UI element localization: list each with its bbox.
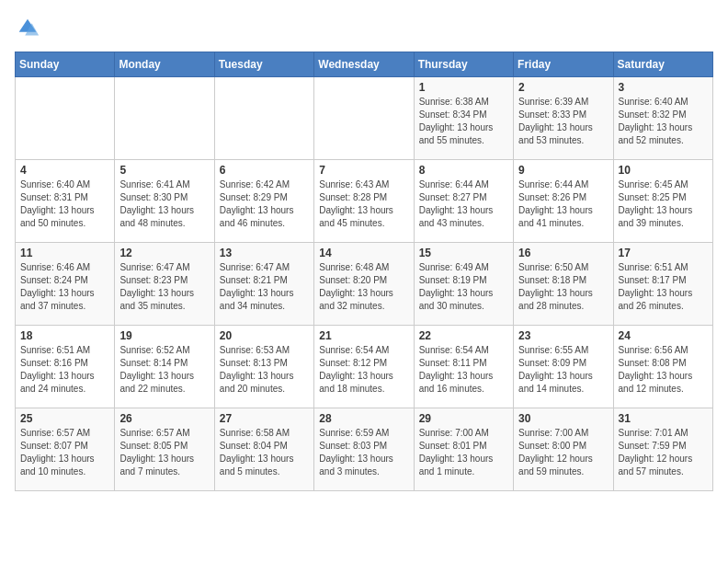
day-cell: 6Sunrise: 6:42 AM Sunset: 8:29 PM Daylig… bbox=[214, 160, 313, 243]
day-cell: 22Sunrise: 6:54 AM Sunset: 8:11 PM Dayli… bbox=[414, 326, 513, 408]
day-number: 25 bbox=[20, 412, 109, 425]
header-cell-tuesday: Tuesday bbox=[214, 52, 313, 77]
day-cell bbox=[115, 77, 214, 160]
page-header bbox=[15, 15, 713, 40]
day-number: 30 bbox=[518, 412, 608, 425]
calendar-table: SundayMondayTuesdayWednesdayThursdayFrid… bbox=[15, 52, 713, 491]
day-number: 28 bbox=[319, 412, 408, 425]
week-row-3: 11Sunrise: 6:46 AM Sunset: 8:24 PM Dayli… bbox=[16, 243, 713, 326]
week-row-1: 1Sunrise: 6:38 AM Sunset: 8:34 PM Daylig… bbox=[16, 77, 713, 160]
day-info: Sunrise: 6:42 AM Sunset: 8:29 PM Dayligh… bbox=[220, 178, 309, 230]
day-info: Sunrise: 6:47 AM Sunset: 8:23 PM Dayligh… bbox=[119, 261, 209, 313]
day-info: Sunrise: 6:48 AM Sunset: 8:20 PM Dayligh… bbox=[319, 261, 408, 313]
day-info: Sunrise: 6:54 AM Sunset: 8:12 PM Dayligh… bbox=[319, 344, 408, 396]
day-number: 3 bbox=[619, 81, 708, 94]
header-cell-saturday: Saturday bbox=[613, 52, 712, 77]
day-info: Sunrise: 6:51 AM Sunset: 8:17 PM Dayligh… bbox=[619, 261, 708, 313]
day-number: 10 bbox=[619, 164, 708, 177]
day-number: 9 bbox=[518, 164, 608, 177]
day-number: 15 bbox=[419, 247, 508, 259]
day-cell: 14Sunrise: 6:48 AM Sunset: 8:20 PM Dayli… bbox=[314, 243, 414, 326]
header-row: SundayMondayTuesdayWednesdayThursdayFrid… bbox=[16, 52, 713, 77]
day-cell bbox=[16, 77, 115, 160]
day-number: 4 bbox=[20, 164, 109, 177]
day-cell: 30Sunrise: 7:00 AM Sunset: 8:00 PM Dayli… bbox=[514, 408, 613, 491]
day-info: Sunrise: 7:01 AM Sunset: 7:59 PM Dayligh… bbox=[619, 427, 708, 478]
day-number: 2 bbox=[518, 81, 608, 94]
day-cell: 27Sunrise: 6:58 AM Sunset: 8:04 PM Dayli… bbox=[214, 408, 313, 491]
header-cell-thursday: Thursday bbox=[414, 52, 513, 77]
header-cell-wednesday: Wednesday bbox=[314, 52, 414, 77]
header-cell-friday: Friday bbox=[514, 52, 613, 77]
day-info: Sunrise: 6:41 AM Sunset: 8:30 PM Dayligh… bbox=[119, 178, 209, 230]
calendar-body: 1Sunrise: 6:38 AM Sunset: 8:34 PM Daylig… bbox=[16, 77, 713, 491]
day-info: Sunrise: 6:40 AM Sunset: 8:32 PM Dayligh… bbox=[619, 96, 708, 147]
day-cell: 4Sunrise: 6:40 AM Sunset: 8:31 PM Daylig… bbox=[16, 160, 115, 243]
day-number: 7 bbox=[319, 164, 408, 177]
day-info: Sunrise: 6:51 AM Sunset: 8:16 PM Dayligh… bbox=[20, 344, 109, 396]
day-cell: 12Sunrise: 6:47 AM Sunset: 8:23 PM Dayli… bbox=[115, 243, 214, 326]
day-info: Sunrise: 7:00 AM Sunset: 8:01 PM Dayligh… bbox=[419, 427, 508, 478]
day-number: 21 bbox=[319, 329, 408, 342]
day-cell: 29Sunrise: 7:00 AM Sunset: 8:01 PM Dayli… bbox=[414, 408, 513, 491]
day-number: 17 bbox=[619, 247, 708, 259]
day-info: Sunrise: 6:57 AM Sunset: 8:05 PM Dayligh… bbox=[119, 427, 209, 478]
day-cell: 3Sunrise: 6:40 AM Sunset: 8:32 PM Daylig… bbox=[613, 77, 712, 160]
day-number: 12 bbox=[119, 247, 209, 259]
day-info: Sunrise: 6:38 AM Sunset: 8:34 PM Dayligh… bbox=[419, 96, 508, 147]
day-info: Sunrise: 6:59 AM Sunset: 8:03 PM Dayligh… bbox=[319, 427, 408, 478]
day-cell: 17Sunrise: 6:51 AM Sunset: 8:17 PM Dayli… bbox=[613, 243, 712, 326]
calendar-header: SundayMondayTuesdayWednesdayThursdayFrid… bbox=[16, 52, 713, 77]
day-number: 29 bbox=[419, 412, 508, 425]
day-cell: 10Sunrise: 6:45 AM Sunset: 8:25 PM Dayli… bbox=[613, 160, 712, 243]
day-info: Sunrise: 6:50 AM Sunset: 8:18 PM Dayligh… bbox=[518, 261, 608, 313]
day-cell: 31Sunrise: 7:01 AM Sunset: 7:59 PM Dayli… bbox=[613, 408, 712, 491]
day-info: Sunrise: 6:58 AM Sunset: 8:04 PM Dayligh… bbox=[220, 427, 309, 478]
day-cell: 15Sunrise: 6:49 AM Sunset: 8:19 PM Dayli… bbox=[414, 243, 513, 326]
day-cell: 2Sunrise: 6:39 AM Sunset: 8:33 PM Daylig… bbox=[514, 77, 613, 160]
day-number: 27 bbox=[220, 412, 309, 425]
day-cell: 8Sunrise: 6:44 AM Sunset: 8:27 PM Daylig… bbox=[414, 160, 513, 243]
day-cell: 7Sunrise: 6:43 AM Sunset: 8:28 PM Daylig… bbox=[314, 160, 414, 243]
day-number: 14 bbox=[319, 247, 408, 259]
day-cell: 26Sunrise: 6:57 AM Sunset: 8:05 PM Dayli… bbox=[115, 408, 214, 491]
day-number: 22 bbox=[419, 329, 508, 342]
day-info: Sunrise: 6:47 AM Sunset: 8:21 PM Dayligh… bbox=[220, 261, 309, 313]
day-info: Sunrise: 6:39 AM Sunset: 8:33 PM Dayligh… bbox=[518, 96, 608, 147]
day-number: 26 bbox=[119, 412, 209, 425]
week-row-4: 18Sunrise: 6:51 AM Sunset: 8:16 PM Dayli… bbox=[16, 326, 713, 408]
day-number: 6 bbox=[220, 164, 309, 177]
day-cell: 21Sunrise: 6:54 AM Sunset: 8:12 PM Dayli… bbox=[314, 326, 414, 408]
day-info: Sunrise: 6:52 AM Sunset: 8:14 PM Dayligh… bbox=[119, 344, 209, 396]
day-info: Sunrise: 6:57 AM Sunset: 8:07 PM Dayligh… bbox=[20, 427, 109, 478]
day-info: Sunrise: 6:54 AM Sunset: 8:11 PM Dayligh… bbox=[419, 344, 508, 396]
day-cell bbox=[214, 77, 313, 160]
day-info: Sunrise: 6:49 AM Sunset: 8:19 PM Dayligh… bbox=[419, 261, 508, 313]
day-cell: 25Sunrise: 6:57 AM Sunset: 8:07 PM Dayli… bbox=[16, 408, 115, 491]
day-cell: 20Sunrise: 6:53 AM Sunset: 8:13 PM Dayli… bbox=[214, 326, 313, 408]
day-cell: 11Sunrise: 6:46 AM Sunset: 8:24 PM Dayli… bbox=[16, 243, 115, 326]
day-number: 1 bbox=[419, 81, 508, 94]
header-cell-monday: Monday bbox=[115, 52, 214, 77]
day-number: 31 bbox=[619, 412, 708, 425]
day-number: 11 bbox=[20, 247, 109, 259]
day-cell: 1Sunrise: 6:38 AM Sunset: 8:34 PM Daylig… bbox=[414, 77, 513, 160]
day-cell: 16Sunrise: 6:50 AM Sunset: 8:18 PM Dayli… bbox=[514, 243, 613, 326]
day-number: 19 bbox=[119, 329, 209, 342]
day-cell: 5Sunrise: 6:41 AM Sunset: 8:30 PM Daylig… bbox=[115, 160, 214, 243]
day-cell: 13Sunrise: 6:47 AM Sunset: 8:21 PM Dayli… bbox=[214, 243, 313, 326]
day-number: 18 bbox=[20, 329, 109, 342]
header-cell-sunday: Sunday bbox=[16, 52, 115, 77]
day-info: Sunrise: 6:43 AM Sunset: 8:28 PM Dayligh… bbox=[319, 178, 408, 230]
day-cell: 18Sunrise: 6:51 AM Sunset: 8:16 PM Dayli… bbox=[16, 326, 115, 408]
day-cell: 9Sunrise: 6:44 AM Sunset: 8:26 PM Daylig… bbox=[514, 160, 613, 243]
day-info: Sunrise: 6:40 AM Sunset: 8:31 PM Dayligh… bbox=[20, 178, 109, 230]
day-number: 23 bbox=[518, 329, 608, 342]
day-number: 8 bbox=[419, 164, 508, 177]
day-cell: 19Sunrise: 6:52 AM Sunset: 8:14 PM Dayli… bbox=[115, 326, 214, 408]
week-row-5: 25Sunrise: 6:57 AM Sunset: 8:07 PM Dayli… bbox=[16, 408, 713, 491]
day-number: 13 bbox=[220, 247, 309, 259]
logo-icon bbox=[15, 15, 40, 40]
logo bbox=[15, 15, 44, 40]
day-info: Sunrise: 6:55 AM Sunset: 8:09 PM Dayligh… bbox=[518, 344, 608, 396]
